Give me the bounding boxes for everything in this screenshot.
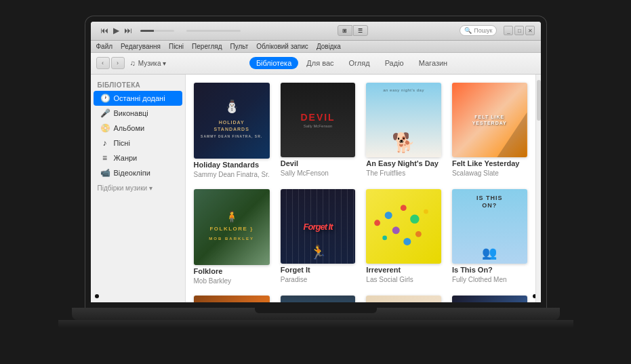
album-item-is-this-on[interactable]: IS THISON? 👥 Is This On? Fully Clothed M… (452, 189, 527, 285)
back-arrow[interactable]: ‹ (96, 57, 110, 69)
tab-for-you[interactable]: Для вас (300, 57, 340, 69)
sidebar-item-albums[interactable]: 📀 Альбоми (94, 121, 182, 136)
album-item-easy-night[interactable]: an easy night's day 🐕 An Easy Night's Da… (366, 83, 441, 178)
album-title-holiday-standards: Holiday Standards (194, 161, 270, 169)
sidebar-item-videos[interactable]: 📹 Відеокліпи (94, 165, 182, 180)
search-icon: 🔍 (464, 27, 472, 34)
sidebar-item-artists[interactable]: 🎤 Виконавці (94, 106, 182, 121)
scrollbar-thumb[interactable] (537, 80, 541, 121)
album-item-folklore[interactable]: 🧍 FOLKLORE }MOB BARKLEY Folklore Mob Bar… (194, 189, 270, 285)
svg-point-1 (401, 205, 407, 211)
svg-point-2 (411, 214, 420, 223)
laptop-bottom (58, 320, 573, 328)
progress-track[interactable] (186, 30, 241, 32)
close-btn[interactable]: ✕ (525, 26, 535, 35)
search-box[interactable]: 🔍 Пошук (460, 25, 497, 36)
songs-icon: ♪ (100, 138, 110, 148)
progress-area (186, 30, 241, 32)
album-cover-easy-night: an easy night's day 🐕 (366, 83, 441, 158)
window-resize-buttons: _ □ ✕ (504, 26, 535, 35)
album-title-devil: Devil (281, 159, 356, 167)
svg-point-6 (404, 238, 411, 245)
laptop-hinge (255, 308, 377, 313)
dropdown-arrow-icon: ▾ (163, 60, 166, 67)
tab-radio[interactable]: Радіо (378, 57, 411, 69)
sidebar-item-genres[interactable]: ≡ Жанри (94, 150, 182, 165)
svg-point-3 (392, 226, 400, 234)
sidebar-item-videos-label: Відеокліпи (114, 169, 150, 177)
album-artist-is-this-on: Fully Clothed Men (452, 276, 527, 283)
album-item-partial-1[interactable] (194, 296, 270, 302)
menu-help[interactable]: Довідка (317, 43, 341, 50)
search-placeholder: Пошук (474, 27, 492, 34)
album-grid: ⛄ HOLIDAYSTANDARDSSAMMY DEAN FINATRA, SR… (194, 83, 527, 302)
svg-point-8 (375, 220, 381, 226)
svg-point-0 (385, 211, 392, 219)
album-title-is-this-on: Is This On? (452, 266, 527, 274)
album-item-irreverent[interactable]: Irreverent Las Social Girls (366, 189, 441, 285)
menu-view[interactable]: Перегляд (192, 43, 222, 50)
minimize-btn[interactable]: _ (504, 26, 513, 35)
album-artist-devil: Sally McFenson (281, 169, 356, 177)
album-cover-partial-3 (366, 296, 441, 302)
nav-arrows: ‹ › (96, 57, 125, 69)
grid-view-btn[interactable]: ⊞ (338, 25, 352, 36)
transport-controls: ⏮ ▶ ⏭ (99, 25, 134, 36)
tab-library[interactable]: Бібліотека (249, 57, 298, 69)
album-item-devil[interactable]: DEVIL Sally McFenson Devil Sally McFenso… (281, 83, 356, 178)
sidebar-submenu-title[interactable]: Підбірки музики ▾ (91, 180, 185, 194)
album-item-holiday-standards[interactable]: ⛄ HOLIDAYSTANDARDSSAMMY DEAN FINATRA, SR… (194, 83, 270, 178)
genres-icon: ≡ (100, 153, 110, 163)
menu-bar: Файл Редагування Пісні Перегляд Пульт Об… (91, 41, 541, 53)
scrollbar-track[interactable] (535, 75, 541, 302)
album-item-forget-it[interactable]: 🏃 Forget It Forget It Paradise (281, 189, 356, 285)
sidebar-item-artists-label: Виконавці (114, 109, 148, 117)
videos-icon: 📹 (100, 168, 110, 178)
location-indicator: ♫ Музика ▾ (130, 59, 166, 67)
sidebar: Бібліотека 🕐 Останні додані 🎤 Виконавці … (91, 75, 186, 302)
forward-arrow[interactable]: › (111, 57, 125, 69)
menu-file[interactable]: Файл (96, 43, 113, 50)
tab-browse[interactable]: Огляд (342, 57, 377, 69)
title-bar: ⏮ ▶ ⏭ ⊞ ☰ � (91, 22, 541, 41)
snowman-icon: ⛄ (224, 99, 239, 114)
menu-edit[interactable]: Редагування (121, 43, 161, 50)
volume-slider[interactable] (140, 30, 174, 32)
sidebar-item-recent-label: Останні додані (114, 94, 165, 102)
tab-store[interactable]: Магазин (412, 57, 454, 69)
sidebar-item-recent[interactable]: 🕐 Останні додані (94, 91, 182, 106)
menu-remote[interactable]: Пульт (230, 43, 248, 50)
screen-bezel: ⏮ ▶ ⏭ ⊞ ☰ � (85, 16, 546, 308)
album-cover-partial-2: SUNSETBLUES (281, 296, 356, 302)
album-artist-folklore: Mob Barkley (194, 277, 270, 285)
folklore-figure-icon: 🧍 (225, 210, 239, 223)
menu-songs[interactable]: Пісні (169, 43, 184, 50)
play-button[interactable]: ▶ (112, 25, 121, 36)
itunes-window: ⏮ ▶ ⏭ ⊞ ☰ � (91, 22, 541, 302)
sidebar-item-songs-label: Пісні (114, 139, 130, 147)
list-view-btn[interactable]: ☰ (353, 25, 368, 36)
laptop-base (72, 308, 560, 320)
nav-bar: ‹ › ♫ Музика ▾ Бібліотека Для вас Огляд (91, 53, 541, 75)
album-item-felt-like-yesterday[interactable]: FELT LIKEYESTERDAY Felt Like Yesterday S… (452, 83, 527, 178)
maximize-btn[interactable]: □ (514, 26, 524, 35)
album-item-partial-4[interactable] (452, 296, 527, 302)
sidebar-item-albums-label: Альбоми (114, 124, 145, 132)
submenu-arrow-icon: ▾ (149, 184, 152, 192)
album-item-partial-2[interactable]: SUNSETBLUES (281, 296, 356, 302)
dog-icon: 🐕 (392, 132, 415, 154)
main-content: Бібліотека 🕐 Останні додані 🎤 Виконавці … (91, 75, 541, 302)
svg-point-7 (424, 209, 428, 214)
prev-button[interactable]: ⏮ (99, 25, 110, 36)
album-cover-irreverent (366, 189, 441, 264)
next-button[interactable]: ⏭ (123, 25, 134, 36)
list-toggle: ⊞ ☰ (338, 25, 368, 36)
sidebar-item-songs[interactable]: ♪ Пісні (94, 136, 182, 150)
album-item-partial-3[interactable] (366, 296, 441, 302)
location-dropdown[interactable]: Музика ▾ (138, 60, 166, 67)
menu-account[interactable]: Обліковий запис (256, 43, 308, 50)
albums-icon: 📀 (100, 123, 110, 133)
laptop-frame: ⏮ ▶ ⏭ ⊞ ☰ � (58, 16, 573, 348)
album-title-easy-night: An Easy Night's Day (366, 159, 441, 167)
album-artist-felt-like-yesterday: Scalawag Slate (452, 169, 527, 177)
